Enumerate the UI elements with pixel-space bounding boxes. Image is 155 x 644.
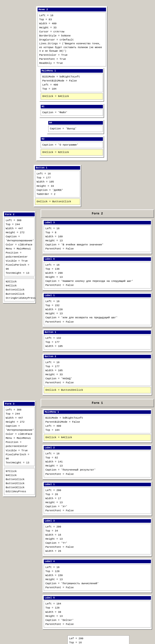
menu2-prop-cursor: Cursor = crArrow [39, 30, 104, 34]
label4-f1-props: Left = 16 Top = 128 Width = 159 Height =… [44, 564, 151, 591]
label2-f1-title: Label 2 [44, 446, 151, 450]
button1-top: Top = 177 [37, 176, 78, 180]
menu2-prop-borderstyle: BorderStyle = bsNone [39, 34, 104, 38]
n4-caption: Caption = 'Выход' [50, 127, 101, 131]
menu2-container: Меню 2 Left = 16 Top = 83 Width = 409 He… [34, 4, 109, 163]
label3-f1-props: Left = 200 Top = 34 Width = 16 Height = … [44, 524, 151, 554]
button1-props: Left = 16 Top = 177 Width = 105 Height =… [35, 170, 80, 197]
label1-f2-window: Label 1 Left = 16 Top = 152 Width = 228 … [42, 292, 152, 327]
menu2-prop-left: Left = 16 [39, 14, 104, 18]
mainmenu1-prop-left: Left = 400 [42, 83, 101, 87]
mainmenu1-title: MainMenu 1 [41, 69, 103, 73]
label3-f1-title: Label 3 [44, 519, 151, 523]
mainmenu1-prop-parentbidi: ParentBiDiMode = False [42, 79, 101, 83]
n1-title: N1 [41, 105, 103, 108]
mainmenu1-prop-top: Top = 184 [42, 87, 101, 91]
button1-caption: Caption = 'ДАЛЕЕ' [37, 188, 78, 192]
n1-window: N1 Caption = 'Файл' [39, 104, 104, 118]
mainmenu1-onclick: OnClick = N4Click [41, 93, 103, 100]
button2-f2-props: Left = 16 Top = 177 Width = 105 Height =… [44, 359, 151, 386]
n2-caption: Caption = 'О программе' [42, 143, 101, 147]
form2-title: Form 2 [4, 212, 35, 216]
label6-f2-window: Label 6 Left = 16 Top = 136 Width = 299 … [42, 256, 152, 291]
label2-f1-props: Left = 16 Top = 82 Width = 141 Height = … [44, 450, 151, 477]
form3-props: Left = 308 Top = 244 Width = 447 Height … [4, 407, 35, 466]
label3-f1-window: Label 3 Left = 200 Top = 34 Width = 16 H… [42, 518, 152, 556]
button1-width: Width = 105 [37, 180, 78, 184]
n2-props: Caption = 'О программе' [41, 142, 103, 148]
n1-caption: Caption = 'Файл' [42, 110, 101, 114]
page-container: Меню 2 Left = 16 Top = 83 Width = 409 He… [0, 0, 155, 644]
mainmenu1-props: BiDiMode = bdRightToLeft ParentBiDiMode … [41, 74, 103, 92]
menu2-prop-top: Top = 83 [39, 18, 104, 22]
label1-f1-props: Left = 200 Top = 26 Width = 17 Height = … [44, 487, 151, 514]
form3-window: Form 3 Left = 308 Top = 244 Width = 447 … [3, 401, 36, 497]
menu2-prop-height: Height = 33 [39, 26, 104, 30]
button1-taborder: TabOrder = 2 [37, 192, 78, 196]
mainmenu1-prop-bidimode: BiDiMode = bdRightToLeft [42, 75, 101, 79]
menu2-prop-parentfont: ParentFont = True [39, 57, 104, 61]
menu2-prop-parentcolor: ParentColor = True [39, 53, 104, 57]
button1-window: Button 1 Left = 16 Top = 177 Width = 105… [34, 165, 81, 207]
form2-props: Left = 308 Top = 244 Width = 447 Height … [4, 217, 35, 276]
menu2-prop-lines: Lines.Strings = ('Введите количество точ… [39, 42, 104, 53]
n4-window: N4 Caption = 'Выход' [47, 120, 104, 134]
lef-prop: Lef = 200 [69, 636, 128, 641]
n4-title: N4 [48, 121, 103, 124]
button2-f2-onclick: OnClick = Button2OnClick [44, 387, 151, 393]
button1-onclick-text: OnClick = Button1Click [37, 200, 78, 204]
menu2-prop-readonly: ReadOnly = True [39, 61, 104, 65]
label5-f1-window: Label 5 Left = 184 Top = 128 Width = 38 … [42, 595, 152, 630]
form1-mainmenu1-props: BiDiMode = bdRightToLeft ParentBiDiMode … [44, 415, 151, 434]
label4-f1-window: Label 4 Left = 16 Top = 128 Width = 159 … [42, 558, 152, 593]
form1-preview-label: Form 1 [92, 401, 103, 405]
form2-props-panel: Form 2 Left = 308 Top = 244 Width = 447 … [1, 210, 38, 306]
n1-props: Caption = 'Файл' [41, 109, 103, 116]
mainmenu1-window: MainMenu 1 BiDiMode = bdRightToLeft Pare… [39, 68, 104, 102]
label3-f2-title: Label 3 [44, 221, 151, 224]
n2-onclick: OnClick = N2Click [41, 149, 103, 156]
button1-height: Height = 33 [37, 184, 78, 188]
menu2-title: Меню 2 [37, 8, 106, 12]
button2-f2-window: Button 2 Left = 16 Top = 177 Width = 105… [42, 354, 152, 396]
form2-window: Form 2 Left = 308 Top = 244 Width = 447 … [3, 211, 36, 304]
n2-window: N2 Caption = 'О программе' OnClick = N2C… [39, 136, 104, 158]
label3-f2-props: Left = 16 Top = 8 Width = 169 Height = 1… [44, 226, 151, 252]
label1-f1-title: Label 1 [44, 483, 151, 486]
label1-f2-props: Left = 16 Top = 152 Width = 228 Height =… [44, 298, 151, 325]
label2-f1-window: Label 2 Left = 16 Top = 82 Width = 141 H… [42, 445, 152, 479]
label6-f2-props: Left = 16 Top = 136 Width = 299 Height =… [44, 262, 151, 288]
label6-f2-title: Label 6 [44, 257, 151, 261]
menu2-prop-dragcursor: DragCursor = crDefault [39, 38, 104, 42]
button1-left: Left = 16 [37, 172, 78, 176]
form1-panel: Form 1 MainMenu 1 BiDiMode = bdRightToLe… [41, 399, 154, 631]
n2-onclick-text: OnClick = N2Click [42, 150, 101, 154]
button1-container: Button 1 Left = 16 Top = 177 Width = 105… [32, 165, 154, 207]
label5-f1-title: Label 5 [44, 596, 151, 600]
form2-preview: Form 2 [41, 210, 154, 218]
form1-mainmenu1-onclick: OnClick = N4Click [44, 434, 151, 441]
n2-title: N2 [41, 137, 103, 141]
menu2-window: Меню 2 Left = 16 Top = 83 Width = 409 He… [36, 6, 108, 161]
mainmenu1-onclick-text: OnClick = N4Click [42, 94, 101, 98]
form2-preview-label: Form 2 [92, 212, 103, 216]
button1-f2-title: Button 1 [44, 330, 151, 334]
label4-f1-title: Label 4 [44, 560, 151, 563]
button1-title: Button 1 [35, 166, 80, 170]
form2-right: Form 2 Label 3 Left = 16 Top = 8 Width =… [41, 210, 154, 396]
form3-panel: Form 3 Left = 308 Top = 244 Width = 447 … [1, 399, 38, 499]
lef-section: Lef = 200 Top = 16 Width = Height = Capt… [67, 636, 129, 644]
form3-events: N7Click N4Click Button1Click Button2Clic… [4, 468, 35, 495]
label5-f1-props: Left = 184 Top = 128 Width = 38 Height =… [44, 601, 151, 627]
menu2-props: Left = 16 Top = 83 Width = 409 Height = … [37, 12, 106, 66]
n4-props: Caption = 'Выход' [48, 126, 103, 132]
button1-onclick: OnClick = Button1Click [35, 198, 80, 205]
form3-title: Form 3 [4, 402, 35, 406]
form3-form1-section: Form 3 Left = 308 Top = 244 Width = 447 … [1, 399, 154, 631]
button1-f2-window: Button 1 Left = 132 Top = 177 Width = 10… [42, 329, 152, 352]
menu2-section: Меню 2 Left = 16 Top = 83 Width = 409 He… [1, 2, 154, 163]
label3-f2-window: Label 3 Left = 16 Top = 8 Width = 169 He… [42, 220, 152, 254]
form1-mainmenu1-title: MainMenu 1 [44, 410, 151, 414]
button2-f2-title: Button 2 [44, 355, 151, 358]
form1-preview: Form 1 [41, 399, 154, 407]
